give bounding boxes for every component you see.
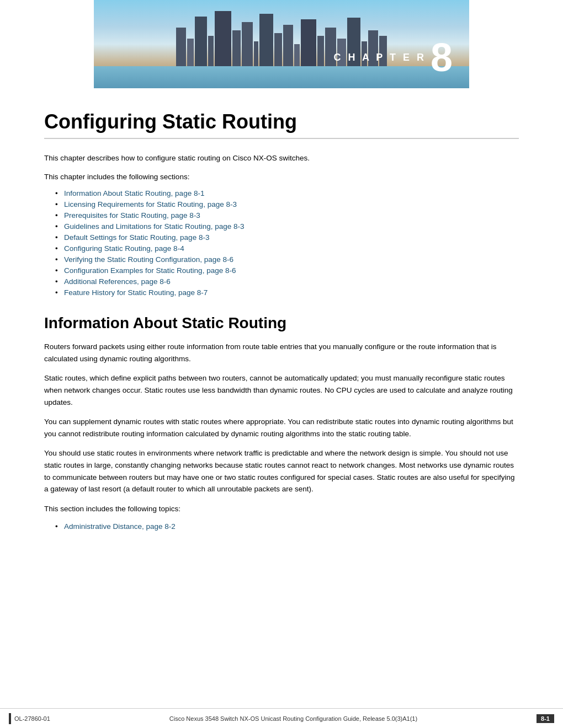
info-paragraph-4: You should use static routes in environm… — [44, 447, 519, 495]
info-paragraph-2: Static routes, which define explicit pat… — [44, 372, 519, 408]
intro-paragraph-1: This chapter describes how to configure … — [44, 152, 519, 164]
toc-link-2[interactable]: Licensing Requirements for Static Routin… — [64, 200, 237, 208]
list-item: Administrative Distance, page 8-2 — [55, 522, 519, 531]
footer-center: Cisco Nexus 3548 Switch NX-OS Unicast Ro… — [50, 715, 537, 722]
title-divider — [44, 138, 519, 139]
footer-bar-icon — [9, 713, 11, 724]
info-paragraph-3: You can supplement dynamic routes with s… — [44, 416, 519, 440]
section-title-info-about: Information About Static Routing — [44, 314, 519, 332]
intro-paragraph-2: This chapter includes the following sect… — [44, 171, 519, 183]
table-of-contents: Information About Static Routing, page 8… — [55, 189, 519, 297]
footer-page-number: 8-1 — [537, 714, 554, 723]
list-item: Guidelines and Limitations for Static Ro… — [55, 222, 519, 231]
footer-title: Cisco Nexus 3548 Switch NX-OS Unicast Ro… — [169, 715, 417, 722]
page-title: Configuring Static Routing — [44, 110, 519, 133]
list-item: Prerequisites for Static Routing, page 8… — [55, 211, 519, 220]
footer-doc-number: OL-27860-01 — [14, 715, 50, 722]
chapter-header: C H A P T E R 8 — [94, 0, 469, 88]
list-item: Feature History for Static Routing, page… — [55, 288, 519, 297]
list-item: Default Settings for Static Routing, pag… — [55, 233, 519, 242]
sub-toc-list: Administrative Distance, page 8-2 — [55, 522, 519, 531]
toc-link-5[interactable]: Default Settings for Static Routing, pag… — [64, 233, 209, 242]
toc-link-8[interactable]: Configuration Examples for Static Routin… — [64, 266, 236, 275]
chapter-number: 8 — [431, 38, 453, 77]
toc-link-4[interactable]: Guidelines and Limitations for Static Ro… — [64, 222, 244, 231]
info-paragraph-5: This section includes the following topi… — [44, 503, 519, 515]
list-item: Licensing Requirements for Static Routin… — [55, 200, 519, 208]
list-item: Additional References, page 8-6 — [55, 277, 519, 286]
page-footer: OL-27860-01 Cisco Nexus 3548 Switch NX-O… — [0, 708, 563, 728]
list-item: Information About Static Routing, page 8… — [55, 189, 519, 197]
chapter-label: C H A P T E R — [334, 52, 426, 63]
main-content: Configuring Static Routing This chapter … — [0, 88, 563, 569]
info-paragraph-1: Routers forward packets using either rou… — [44, 341, 519, 365]
list-item: Verifying the Static Routing Configurati… — [55, 255, 519, 264]
toc-link-9[interactable]: Additional References, page 8-6 — [64, 277, 171, 286]
toc-link-1[interactable]: Information About Static Routing, page 8… — [64, 189, 204, 197]
toc-link-3[interactable]: Prerequisites for Static Routing, page 8… — [64, 211, 200, 220]
toc-link-7[interactable]: Verifying the Static Routing Configurati… — [64, 255, 233, 264]
sub-toc-link-1[interactable]: Administrative Distance, page 8-2 — [64, 522, 176, 531]
toc-link-10[interactable]: Feature History for Static Routing, page… — [64, 288, 208, 297]
toc-link-6[interactable]: Configuring Static Routing, page 8-4 — [64, 244, 184, 253]
chapter-badge: C H A P T E R 8 — [334, 38, 453, 77]
list-item: Configuration Examples for Static Routin… — [55, 266, 519, 275]
footer-left: OL-27860-01 — [9, 713, 50, 724]
list-item: Configuring Static Routing, page 8-4 — [55, 244, 519, 253]
